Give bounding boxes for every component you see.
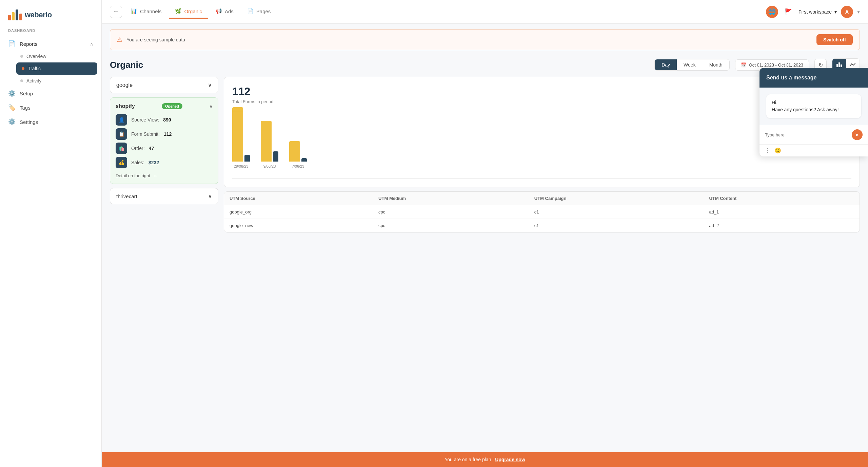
upgrade-link[interactable]: Upgrade now: [495, 457, 525, 462]
bar-dark-3: [301, 158, 307, 162]
bottom-banner: You are on a free plan Upgrade now: [102, 452, 868, 467]
order-label: Order:: [131, 146, 145, 151]
period-tab-day[interactable]: Day: [655, 59, 677, 70]
back-button[interactable]: ←: [110, 6, 122, 18]
bottom-banner-text: You are on a free plan: [445, 457, 491, 462]
tab-channels-label: Channels: [140, 8, 161, 14]
logo-text: weberlo: [25, 11, 52, 19]
svg-rect-1: [839, 62, 840, 67]
sidebar-item-reports[interactable]: 📄 Reports ∧: [0, 37, 101, 51]
content-area: ⚠ You are seeing sample data Switch off …: [102, 24, 868, 452]
sample-data-banner: ⚠ You are seeing sample data Switch off: [110, 29, 860, 50]
shopify-metric-sales: 💰 Sales: $232: [116, 157, 213, 168]
arrow-right-icon: →: [153, 173, 157, 178]
order-value: 47: [149, 146, 154, 151]
switch-off-button[interactable]: Switch off: [816, 34, 853, 45]
sales-value: $232: [149, 160, 159, 165]
overview-dot: [20, 55, 23, 58]
thrivecart-dropdown[interactable]: thrivecart ∨: [110, 188, 218, 204]
detail-link-text: Detail on the right: [116, 173, 150, 178]
chart-metric-label: Total Forms in period: [232, 99, 851, 104]
cell-utm-medium-1: cpc: [373, 205, 529, 219]
tab-organic[interactable]: 🌿 Organic: [169, 5, 208, 19]
cell-utm-content-1: ad_1: [704, 205, 860, 219]
source-label: google: [116, 82, 133, 88]
tab-pages-label: Pages: [256, 8, 271, 14]
sidebar-item-traffic-label: Traffic: [28, 66, 41, 71]
period-tab-week[interactable]: Week: [677, 59, 703, 70]
detail-link[interactable]: Detail on the right →: [116, 173, 213, 178]
organic-icon: 🌿: [175, 8, 181, 14]
sidebar-item-setup[interactable]: ⚙️ Setup: [0, 86, 101, 100]
avatar-letter: A: [845, 9, 849, 15]
logo-icon: [8, 10, 22, 20]
sidebar-item-overview-label: Overview: [26, 54, 46, 59]
chat-more-icon[interactable]: ⋮: [765, 147, 770, 154]
avatar[interactable]: A: [841, 6, 853, 18]
order-icon: 🛍️: [116, 143, 127, 154]
workspace-selector[interactable]: First workspace ▾: [798, 9, 837, 15]
source-chevron-icon: ∨: [208, 82, 212, 88]
tab-pages[interactable]: 📄 Pages: [241, 5, 277, 19]
content-grid: google ∨ shopify Opened ∧ 👤: [102, 77, 868, 241]
cell-utm-source-2: google_new: [224, 219, 373, 232]
bar-label-2: 9/06/23: [263, 164, 276, 168]
source-view-label: Source View:: [131, 117, 159, 123]
warning-icon: ⚠: [117, 36, 122, 43]
col-utm-content: UTM Content: [704, 192, 860, 205]
bar-group-2: 9/06/23: [261, 121, 278, 168]
sidebar-item-settings-label: Settings: [20, 119, 38, 125]
chat-input[interactable]: [765, 132, 849, 137]
reports-icon: 📄: [8, 40, 16, 48]
ads-icon: 📢: [216, 8, 222, 14]
chart-metric-value: 112: [232, 85, 851, 98]
bar-chart: 29/08/23 9/06/23: [232, 111, 851, 179]
bar-dark-1: [244, 155, 250, 162]
shopify-metric-source-view: 👤 Source View: 890: [116, 114, 213, 126]
sidebar-item-tags[interactable]: 🏷️ Tags: [0, 100, 101, 115]
topnav-right: 🌐 🚩 First workspace ▾ A ▾: [766, 6, 860, 18]
channels-icon: 📊: [131, 8, 137, 14]
left-panel: google ∨ shopify Opened ∧ 👤: [110, 77, 218, 232]
globe-icon-btn[interactable]: 🌐: [766, 6, 778, 18]
bar-yellow-2: [261, 121, 272, 162]
tab-channels[interactable]: 📊 Channels: [125, 5, 167, 19]
shopify-metrics: 👤 Source View: 890 📋 Form Submit: 112 🛍️: [116, 114, 213, 168]
shopify-chevron-icon[interactable]: ∧: [209, 104, 213, 109]
cell-utm-campaign-1: c1: [529, 205, 704, 219]
tab-ads[interactable]: 📢 Ads: [210, 5, 240, 19]
svg-rect-0: [836, 64, 838, 67]
form-submit-icon: 📋: [116, 128, 127, 140]
chat-header: Send us a message: [760, 68, 868, 88]
sidebar-item-overview[interactable]: Overview: [20, 51, 101, 62]
google-source-dropdown[interactable]: google ∨: [110, 77, 218, 93]
sidebar-item-setup-label: Setup: [20, 91, 33, 96]
chat-send-button[interactable]: ➤: [852, 129, 863, 140]
svg-rect-2: [841, 64, 842, 67]
sidebar-item-tags-label: Tags: [20, 105, 31, 111]
sidebar-item-activity[interactable]: Activity: [20, 75, 101, 86]
bar-label-1: 29/08/23: [234, 164, 249, 168]
thrivecart-label: thrivecart: [116, 193, 137, 199]
sales-label: Sales:: [131, 160, 144, 165]
shopify-card: shopify Opened ∧ 👤 Source View: 890: [110, 97, 218, 184]
chat-emoji-icon[interactable]: 🙂: [774, 147, 781, 154]
sales-icon: 💰: [116, 157, 127, 168]
flag-icon-btn[interactable]: 🚩: [782, 6, 794, 18]
sidebar-item-activity-label: Activity: [26, 78, 41, 83]
thrivecart-chevron-icon: ∨: [208, 193, 212, 199]
utm-table: UTM Source UTM Medium UTM Campaign UTM C…: [224, 192, 860, 232]
avatar-chevron-icon: ▾: [857, 8, 860, 15]
sidebar-item-traffic[interactable]: Traffic: [16, 62, 97, 75]
col-utm-medium: UTM Medium: [373, 192, 529, 205]
chat-bubble: Hi.Have any questions? Ask away!: [766, 94, 861, 118]
col-utm-source: UTM Source: [224, 192, 373, 205]
cell-utm-source-1: google_org: [224, 205, 373, 219]
sidebar-item-settings[interactable]: ⚙️ Settings: [0, 115, 101, 129]
page-title: Organic: [110, 60, 649, 70]
shopify-metric-form-submit: 📋 Form Submit: 112: [116, 128, 213, 140]
chat-input-area: ➤: [760, 125, 868, 144]
bar-dark-2: [273, 151, 278, 162]
period-tab-month[interactable]: Month: [703, 59, 729, 70]
table-row: google_org cpc c1 ad_1: [224, 205, 860, 219]
